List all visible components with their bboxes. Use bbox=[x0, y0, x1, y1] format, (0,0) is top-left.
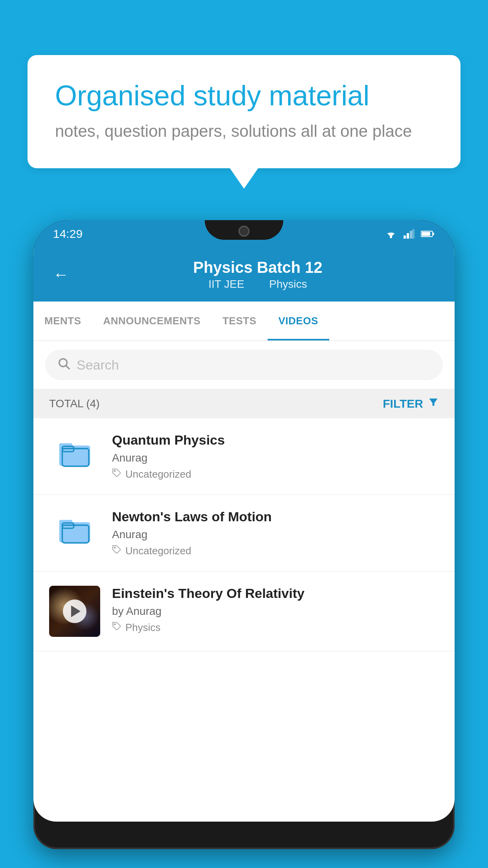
header-subtitle-part1: IIT JEE bbox=[208, 278, 244, 290]
tab-tests[interactable]: TESTS bbox=[211, 302, 267, 340]
header-title: Physics Batch 12 bbox=[81, 259, 435, 276]
item-tag-text-1: Uncategorized bbox=[125, 545, 191, 557]
search-placeholder-text: Search bbox=[77, 357, 119, 373]
phone-mockup: 14:29 bbox=[33, 220, 455, 868]
svg-line-11 bbox=[66, 366, 69, 369]
item-tag-1: Uncategorized bbox=[112, 545, 439, 557]
filter-button[interactable]: FILTER bbox=[383, 397, 439, 410]
svg-rect-3 bbox=[404, 235, 406, 239]
item-author-2: by Anurag bbox=[112, 605, 439, 618]
speech-bubble-subtext: notes, question papers, solutions all at… bbox=[55, 122, 433, 141]
filter-label: FILTER bbox=[383, 397, 423, 410]
status-time: 14:29 bbox=[53, 227, 83, 241]
status-bar: 14:29 bbox=[33, 220, 455, 248]
play-button-icon[interactable] bbox=[63, 600, 86, 623]
item-title-2: Einstein's Theory Of Relativity bbox=[112, 586, 439, 601]
app-header: ← Physics Batch 12 IIT JEE Physics bbox=[33, 248, 455, 302]
item-tag-text-0: Uncategorized bbox=[125, 468, 191, 480]
total-count-label: TOTAL (4) bbox=[49, 397, 100, 410]
search-icon bbox=[57, 357, 70, 373]
item-thumbnail-2 bbox=[49, 586, 100, 637]
item-title-0: Quantum Physics bbox=[112, 432, 439, 448]
filter-icon bbox=[428, 397, 439, 410]
wifi-icon bbox=[385, 229, 397, 239]
play-triangle bbox=[71, 605, 81, 617]
search-bar-container: Search bbox=[33, 341, 455, 389]
svg-rect-9 bbox=[422, 232, 430, 236]
header-subtitle-sep bbox=[255, 278, 262, 290]
header-subtitle: IIT JEE Physics bbox=[81, 278, 435, 291]
header-title-block: Physics Batch 12 IIT JEE Physics bbox=[81, 259, 435, 291]
item-tag-text-2: Physics bbox=[125, 622, 161, 634]
item-thumbnail-1 bbox=[49, 509, 100, 548]
tag-icon-2 bbox=[112, 622, 121, 634]
tab-announcements[interactable]: ANNOUNCEMENTS bbox=[92, 302, 212, 340]
status-icons bbox=[385, 229, 435, 239]
search-bar[interactable]: Search bbox=[45, 349, 443, 380]
svg-point-23 bbox=[114, 624, 116, 625]
signal-icon bbox=[404, 229, 415, 239]
svg-point-22 bbox=[114, 547, 116, 548]
svg-rect-4 bbox=[407, 233, 409, 239]
list-item[interactable]: Newton's Laws of Motion Anurag Uncategor… bbox=[33, 495, 455, 572]
tab-ments[interactable]: MENTS bbox=[33, 302, 92, 340]
tabs-bar: MENTS ANNOUNCEMENTS TESTS VIDEOS bbox=[33, 302, 455, 341]
item-tag-2: Physics bbox=[112, 622, 439, 634]
folder-icon bbox=[57, 434, 92, 470]
folder-icon bbox=[57, 511, 92, 546]
list-item[interactable]: Quantum Physics Anurag Uncategorized bbox=[33, 418, 455, 495]
svg-rect-5 bbox=[410, 231, 412, 239]
speech-bubble-card: Organised study material notes, question… bbox=[28, 55, 460, 168]
svg-rect-6 bbox=[412, 229, 415, 239]
filter-row: TOTAL (4) FILTER bbox=[33, 389, 455, 418]
item-author-0: Anurag bbox=[112, 452, 439, 464]
item-info-0: Quantum Physics Anurag Uncategorized bbox=[112, 432, 439, 480]
list-item[interactable]: Einstein's Theory Of Relativity by Anura… bbox=[33, 572, 455, 651]
speech-bubble-section: Organised study material notes, question… bbox=[28, 55, 460, 168]
battery-icon bbox=[421, 230, 435, 238]
item-info-2: Einstein's Theory Of Relativity by Anura… bbox=[112, 586, 439, 634]
phone-body: 14:29 bbox=[33, 220, 455, 849]
screen-content: ← Physics Batch 12 IIT JEE Physics MENTS… bbox=[33, 248, 455, 822]
item-tag-0: Uncategorized bbox=[112, 468, 439, 480]
item-thumbnail-0 bbox=[49, 432, 100, 472]
svg-marker-12 bbox=[429, 399, 438, 406]
header-subtitle-part2: Physics bbox=[269, 278, 307, 290]
item-title-1: Newton's Laws of Motion bbox=[112, 509, 439, 524]
camera bbox=[238, 226, 250, 237]
back-button[interactable]: ← bbox=[53, 266, 69, 283]
item-info-1: Newton's Laws of Motion Anurag Uncategor… bbox=[112, 509, 439, 557]
tag-icon-0 bbox=[112, 468, 121, 480]
video-list: Quantum Physics Anurag Uncategorized bbox=[33, 418, 455, 651]
speech-bubble-heading: Organised study material bbox=[55, 79, 433, 112]
item-author-1: Anurag bbox=[112, 528, 439, 541]
tag-icon-1 bbox=[112, 545, 121, 557]
svg-point-2 bbox=[390, 236, 392, 238]
svg-rect-8 bbox=[433, 233, 434, 235]
svg-point-17 bbox=[114, 471, 116, 472]
tab-videos[interactable]: VIDEOS bbox=[268, 302, 329, 340]
